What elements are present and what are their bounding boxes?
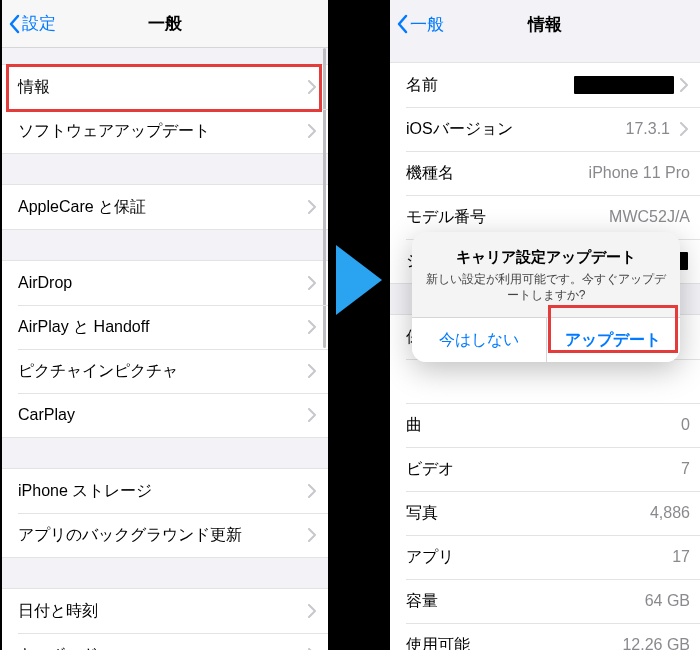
list-row[interactable]: AirPlay と Handoff bbox=[2, 305, 328, 349]
row-value: 17 bbox=[672, 548, 700, 566]
list-row[interactable]: 情報 bbox=[2, 65, 328, 109]
list-row: 曲0 bbox=[390, 403, 700, 447]
row-label: ピクチャインピクチャ bbox=[18, 361, 308, 382]
row-value: 12.26 GB bbox=[622, 636, 700, 650]
row-label: 情報 bbox=[18, 77, 308, 98]
row-label: ビデオ bbox=[406, 459, 681, 480]
row-value: 0 bbox=[681, 416, 700, 434]
list-row[interactable]: アプリのバックグラウンド更新 bbox=[2, 513, 328, 557]
chevron-right-icon bbox=[680, 78, 700, 92]
list-row: 容量64 GB bbox=[390, 579, 700, 623]
list-row[interactable]: AppleCare と保証 bbox=[2, 185, 328, 229]
list-row[interactable]: 日付と時刻 bbox=[2, 589, 328, 633]
redacted-value bbox=[574, 76, 674, 94]
row-label: 使用可能 bbox=[406, 635, 622, 651]
row-label: iOSバージョン bbox=[406, 119, 626, 140]
row-label: iPhone ストレージ bbox=[18, 481, 308, 502]
row-label: AirDrop bbox=[18, 274, 308, 292]
back-label: 一般 bbox=[410, 13, 444, 36]
list-row[interactable]: ピクチャインピクチャ bbox=[2, 349, 328, 393]
settings-about-screen: 一般 情報 名前iOSバージョン17.3.1機種名iPhone 11 Proモデ… bbox=[390, 0, 700, 650]
alert-buttons: 今はしない アップデート bbox=[412, 317, 680, 362]
list-row: 使用可能12.26 GB bbox=[390, 623, 700, 650]
list-row: ビデオ7 bbox=[390, 447, 700, 491]
chevron-right-icon bbox=[308, 604, 328, 618]
alert-message: 新しい設定が利用可能です。今すぐアップデートしますか? bbox=[426, 271, 666, 303]
list-row[interactable]: キーボード bbox=[2, 633, 328, 650]
chevron-right-icon bbox=[308, 80, 328, 94]
row-label: 容量 bbox=[406, 591, 645, 612]
alert-title: キャリア設定アップデート bbox=[426, 248, 666, 267]
back-button[interactable]: 一般 bbox=[390, 13, 444, 36]
chevron-left-icon bbox=[396, 14, 408, 34]
row-value: 64 GB bbox=[645, 592, 700, 610]
chevron-right-icon bbox=[308, 124, 328, 138]
list-row: 機種名iPhone 11 Pro bbox=[390, 151, 700, 195]
row-label: アプリ bbox=[406, 547, 672, 568]
row-label: CarPlay bbox=[18, 406, 308, 424]
row-label: 機種名 bbox=[406, 163, 589, 184]
row-label: 名前 bbox=[406, 75, 574, 96]
row-label: AirPlay と Handoff bbox=[18, 317, 308, 338]
flow-arrow-icon bbox=[334, 245, 384, 315]
settings-general-screen: 設定 一般 情報ソフトウェアアップデートAppleCare と保証AirDrop… bbox=[2, 0, 328, 650]
chevron-right-icon bbox=[308, 364, 328, 378]
chevron-right-icon bbox=[308, 320, 328, 334]
row-label: 写真 bbox=[406, 503, 650, 524]
back-label: 設定 bbox=[22, 12, 56, 35]
chevron-right-icon bbox=[308, 484, 328, 498]
row-value: 4,886 bbox=[650, 504, 700, 522]
list-row: アプリ17 bbox=[390, 535, 700, 579]
not-now-button[interactable]: 今はしない bbox=[412, 318, 546, 362]
row-label: 曲 bbox=[406, 415, 681, 436]
row-value: MWC52J/A bbox=[609, 208, 700, 226]
list-row[interactable]: CarPlay bbox=[2, 393, 328, 437]
chevron-right-icon bbox=[308, 408, 328, 422]
chevron-right-icon bbox=[308, 276, 328, 290]
alert-body: キャリア設定アップデート 新しい設定が利用可能です。今すぐアップデートしますか? bbox=[412, 232, 680, 317]
chevron-right-icon bbox=[308, 200, 328, 214]
list-row[interactable]: iPhone ストレージ bbox=[2, 469, 328, 513]
row-label: AppleCare と保証 bbox=[18, 197, 308, 218]
update-button[interactable]: アップデート bbox=[546, 318, 681, 362]
back-button[interactable]: 設定 bbox=[2, 12, 56, 35]
row-label: 日付と時刻 bbox=[18, 601, 308, 622]
list-row: 写真4,886 bbox=[390, 491, 700, 535]
row-label: アプリのバックグラウンド更新 bbox=[18, 525, 308, 546]
navbar: 一般 情報 bbox=[390, 0, 700, 48]
list-row[interactable]: AirDrop bbox=[2, 261, 328, 305]
row-label: モデル番号 bbox=[406, 207, 609, 228]
carrier-update-alert: キャリア設定アップデート 新しい設定が利用可能です。今すぐアップデートしますか?… bbox=[412, 232, 680, 362]
list-row[interactable]: 名前 bbox=[390, 63, 700, 107]
list-row bbox=[390, 359, 700, 403]
row-label: ソフトウェアアップデート bbox=[18, 121, 308, 142]
chevron-right-icon bbox=[680, 122, 700, 136]
row-value: 17.3.1 bbox=[626, 120, 680, 138]
row-value: 7 bbox=[681, 460, 700, 478]
list-row[interactable]: ソフトウェアアップデート bbox=[2, 109, 328, 153]
row-value: iPhone 11 Pro bbox=[589, 164, 700, 182]
row-label: キーボード bbox=[18, 645, 308, 651]
navbar: 設定 一般 bbox=[2, 0, 328, 48]
list-row[interactable]: iOSバージョン17.3.1 bbox=[390, 107, 700, 151]
chevron-right-icon bbox=[308, 528, 328, 542]
chevron-left-icon bbox=[8, 14, 20, 34]
